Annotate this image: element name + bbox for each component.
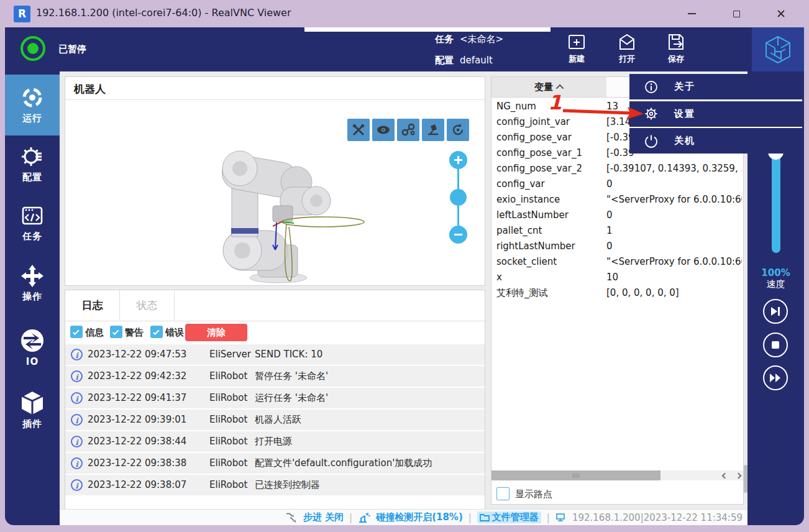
log-time: 2023-12-22 09:47:53 (88, 349, 186, 360)
file-manager-button[interactable]: 文件管理器 (477, 511, 541, 523)
stop-icon (771, 341, 780, 349)
sidebar-item-config[interactable]: 配置 (5, 145, 60, 183)
scroll-right-icon[interactable] (736, 472, 742, 479)
variables-header[interactable]: 变量 (491, 77, 606, 98)
view-path-button[interactable] (397, 119, 419, 141)
sidebar-item-run[interactable]: 运行 (5, 75, 60, 135)
eraser-icon (426, 122, 441, 137)
eye-icon (376, 122, 391, 137)
sidebar-item-plugin[interactable]: 插件 (5, 390, 60, 430)
log-message: 已连接到控制器 (255, 479, 320, 491)
divider: | (547, 512, 550, 523)
view-tools-button[interactable] (347, 119, 370, 141)
variable-row[interactable]: exio_instance"<ServerProxy for 6.0.0.10:… (491, 192, 743, 208)
stop-button[interactable] (763, 332, 788, 357)
jog-arrows-icon (21, 264, 44, 288)
window-title: 192.168.1.200 (intel-corei7-64:0) - Real… (36, 7, 291, 19)
variable-row[interactable]: config_pose_var_2[-0.39107, 0.14393, 0.3… (491, 161, 743, 177)
filter-info-label: 信息 (85, 327, 104, 339)
folder-icon (480, 513, 490, 522)
view-visibility-button[interactable] (372, 119, 395, 141)
step-mode-status[interactable]: 步进 关闭 (303, 511, 344, 523)
minimize-button[interactable] (677, 0, 706, 27)
filter-info-checkbox[interactable] (70, 326, 83, 338)
variables-hscrollbar[interactable] (491, 470, 743, 480)
show-waypoints-checkbox[interactable] (496, 487, 510, 500)
zoom-in-button[interactable] (449, 151, 467, 169)
log-time: 2023-12-22 09:38:07 (88, 479, 186, 490)
variable-row[interactable]: rightLastNumber0 (491, 239, 743, 254)
filter-error-checkbox[interactable] (150, 326, 163, 338)
info-icon: i (71, 414, 83, 426)
log-entry[interactable]: i 2023-12-22 09:38:07 EliRobot 已连接到控制器 (65, 475, 485, 495)
new-task-button[interactable]: 新建 (556, 32, 597, 68)
sidebar-item-label: 配置 (22, 172, 42, 183)
log-time: 2023-12-22 09:41:37 (88, 392, 186, 403)
variable-row[interactable]: x10 (491, 270, 743, 285)
check-icon (112, 328, 119, 335)
tab-status[interactable]: 状态 (120, 290, 175, 321)
menu-item-settings[interactable]: 设置 (629, 101, 802, 127)
robot-3d-panel: 机器人 (65, 76, 485, 286)
log-entry[interactable]: i 2023-12-22 09:47:53 EliServer SEND TIC… (65, 344, 485, 365)
new-file-icon (567, 32, 587, 52)
variable-row[interactable]: socket_client"<ServerProxy for 6.0.0.10:… (491, 254, 743, 270)
sidebar-item-label: 操作 (22, 291, 42, 303)
menu-item-about[interactable]: 关于 (629, 74, 802, 99)
fast-forward-icon (769, 373, 782, 383)
log-entry[interactable]: i 2023-12-22 09:41:37 EliRobot 运行任务 '未命名… (65, 388, 485, 408)
speed-percent: 100% (747, 267, 804, 278)
skip-next-icon (770, 306, 781, 316)
open-task-button[interactable]: 打开 (606, 32, 647, 68)
log-entry[interactable]: i 2023-12-22 09:39:01 EliRobot 机器人活跃 (65, 410, 485, 430)
zoom-slider-thumb[interactable] (450, 189, 467, 206)
step-next-button[interactable] (763, 299, 788, 324)
task-label: 任务 (435, 34, 454, 45)
speed-slider-track[interactable] (772, 146, 780, 253)
tab-log[interactable]: 日志 (65, 290, 120, 321)
save-icon (666, 32, 686, 52)
brand-menu-button[interactable] (752, 27, 804, 71)
variable-row[interactable]: config_var0 (491, 177, 743, 192)
variable-row[interactable]: pallet_cnt1 (491, 223, 743, 239)
log-time: 2023-12-22 09:38:38 (88, 457, 186, 469)
scroll-left-icon[interactable] (722, 472, 728, 479)
collision-detect-status[interactable]: 碰撞检测开启(18%) (376, 511, 463, 523)
robot-state-indicator[interactable] (21, 36, 45, 61)
zoom-out-button[interactable] (449, 226, 467, 244)
filter-warning-checkbox[interactable] (110, 326, 122, 338)
variable-row[interactable]: 艾利特_测试[0, 0, 0, 0, 0, 0] (491, 285, 743, 301)
sidebar-item-task[interactable]: 任务 (5, 204, 60, 242)
log-time: 2023-12-22 09:38:44 (88, 436, 186, 447)
sidebar-item-operate[interactable]: 操作 (5, 264, 60, 303)
nav-sidebar: 运行 配置 任务 (5, 71, 60, 525)
maximize-icon (733, 11, 740, 17)
new-task-label: 新建 (569, 53, 585, 65)
tools-icon (352, 123, 365, 137)
view-reset-rotation-button[interactable] (447, 119, 469, 141)
app-top-bar: 已暂停 任务 <未命名> 配置 default 新建 打开 保存 (5, 27, 804, 71)
fast-forward-button[interactable] (763, 365, 788, 390)
title-bar[interactable]: R 192.168.1.200 (intel-corei7-64:0) - Re… (0, 0, 809, 27)
log-entry[interactable]: i 2023-12-22 09:38:38 EliRobot 配置文件'defa… (65, 453, 485, 474)
view-erase-button[interactable] (422, 119, 444, 141)
close-button[interactable] (767, 0, 795, 27)
robot-panel-title: 机器人 (74, 82, 106, 96)
log-entry[interactable]: i 2023-12-22 09:42:32 EliRobot 暂停任务 '未命名… (65, 366, 485, 387)
log-entry[interactable]: i 2023-12-22 09:38:44 EliRobot 打开电源 (65, 431, 485, 452)
show-waypoints-label: 显示路点 (515, 488, 552, 500)
network-icon (555, 513, 567, 523)
menu-item-shutdown[interactable]: 关机 (629, 128, 802, 154)
log-source: EliRobot (209, 414, 247, 425)
open-file-icon (617, 32, 637, 52)
clear-log-button[interactable]: 清除 (185, 324, 247, 341)
sidebar-item-label: 插件 (22, 418, 42, 430)
config-gear-icon (21, 145, 44, 168)
info-icon: i (71, 436, 83, 447)
hscrollbar-thumb[interactable] (491, 470, 660, 480)
sidebar-item-io[interactable]: IO (5, 328, 60, 367)
save-task-button[interactable]: 保存 (656, 32, 697, 68)
maximize-button[interactable] (722, 0, 751, 27)
variable-row[interactable]: leftLastNumber0 (491, 208, 743, 223)
settings-gear-icon (644, 107, 658, 121)
